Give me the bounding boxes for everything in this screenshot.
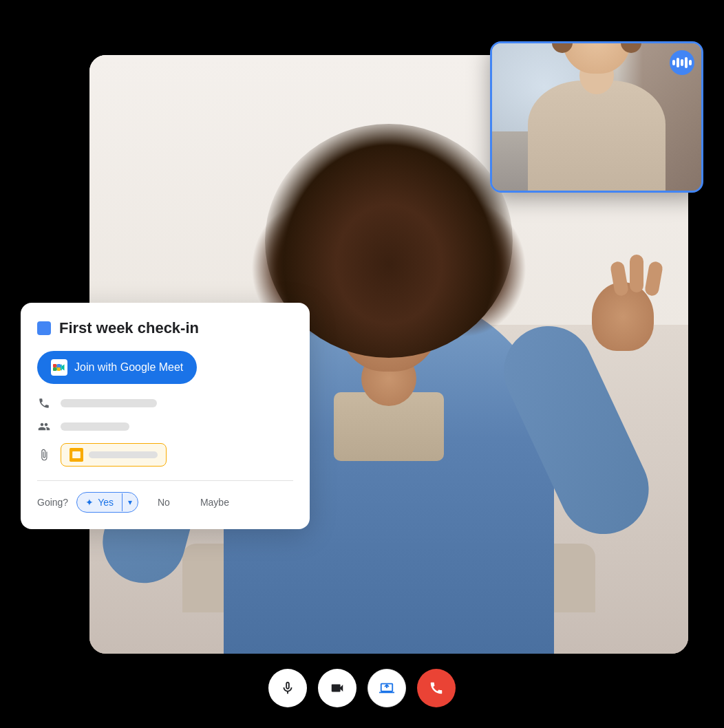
attachment-icon: [37, 448, 51, 462]
svg-rect-1: [53, 364, 56, 367]
share-screen-button[interactable]: [368, 669, 406, 707]
speaking-indicator: [670, 50, 694, 75]
speaking-bars: [672, 57, 692, 68]
rsvp-maybe-button[interactable]: Maybe: [189, 493, 240, 512]
end-call-button[interactable]: [417, 669, 456, 707]
event-color-dot: [37, 321, 51, 335]
rsvp-check-icon: ✦: [85, 497, 94, 508]
event-card: First week check-in Join with Google Mee…: [21, 303, 310, 529]
join-button-label: Join with Google Meet: [74, 361, 183, 374]
rsvp-dropdown-arrow[interactable]: ▾: [122, 493, 138, 511]
rsvp-row: Going? ✦ Yes ▾ No Maybe: [37, 492, 293, 513]
camera-button[interactable]: [318, 669, 356, 707]
mic-icon: [280, 681, 295, 696]
phone-icon: [37, 396, 51, 410]
attachment-row: [37, 443, 293, 467]
svg-rect-2: [53, 367, 56, 371]
scene: First week check-in Join with Google Mee…: [0, 0, 724, 728]
mic-button[interactable]: [268, 669, 307, 707]
join-with-meet-button[interactable]: Join with Google Meet: [37, 351, 197, 384]
going-label: Going?: [37, 497, 68, 508]
svg-rect-3: [57, 367, 61, 371]
phone-row: [37, 396, 293, 410]
phone-placeholder: [61, 399, 157, 407]
guests-row: [37, 420, 293, 433]
google-slides-icon: [70, 448, 83, 462]
event-header: First week check-in: [37, 319, 293, 337]
divider: [37, 480, 293, 481]
svg-rect-4: [57, 364, 61, 367]
attachment-file[interactable]: [61, 443, 167, 467]
svg-rect-6: [72, 451, 81, 458]
small-video-thumbnail: [490, 41, 703, 193]
rsvp-yes-label: Yes: [98, 497, 114, 508]
meet-logo-icon: [51, 359, 67, 376]
file-name-placeholder: [89, 451, 158, 458]
call-controls: [268, 669, 456, 707]
rsvp-yes-button[interactable]: ✦ Yes ▾: [76, 492, 138, 513]
rsvp-no-button[interactable]: No: [147, 493, 181, 512]
guests-icon: [37, 420, 51, 433]
share-screen-icon: [379, 681, 394, 696]
rsvp-yes-main[interactable]: ✦ Yes: [77, 493, 122, 512]
event-title: First week check-in: [59, 319, 199, 337]
end-call-icon: [429, 681, 444, 696]
camera-icon: [330, 681, 345, 696]
guests-placeholder: [61, 422, 129, 431]
